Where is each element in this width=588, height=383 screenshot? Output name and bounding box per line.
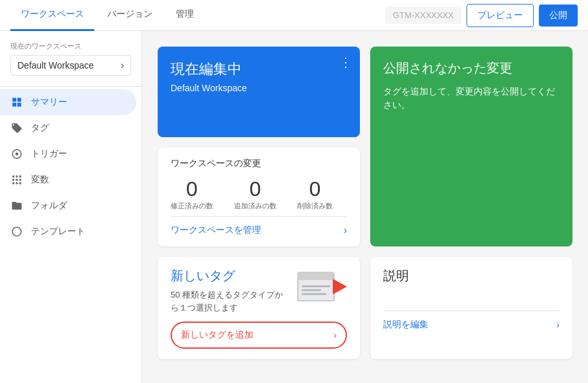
sidebar-item-label-templates: テンプレート [31, 226, 85, 237]
workspace-manage-link-text: ワークスペースを管理 [171, 224, 261, 236]
card-workspace-changes-inner: ワークスペースの変更 0 修正済みの数 0 追加済みの数 0 削除済み数 [158, 148, 360, 246]
browser-arrow-illustration [295, 267, 347, 306]
sidebar-item-label-folders: フォルダ [31, 200, 67, 212]
card-editing-subtitle: Default Workspace [171, 83, 347, 93]
sidebar-item-label-variables: 変数 [31, 174, 49, 186]
description-link-arrow: › [556, 320, 560, 330]
card-unpublished-title: 公開されなかった変更 [383, 60, 560, 77]
svg-marker-8 [333, 279, 347, 294]
workspace-label: 現在のワークスペース [10, 41, 131, 51]
card-workspace-changes: ワークスペースの変更 0 修正済みの数 0 追加済みの数 0 削除済み数 [158, 148, 360, 246]
tab-version[interactable]: バージョン [97, 0, 163, 31]
card-new-tag-inner: 新しいタグ 50 種類を超えるタグタイプから１つ選択します [158, 257, 360, 359]
new-tag-link-text: 新しいタグを追加 [181, 329, 253, 341]
workspace-section: 現在のワークスペース Default Workspace › [0, 36, 142, 83]
new-tag-title: 新しいタグ [171, 267, 288, 285]
sidebar-item-triggers[interactable]: トリガー [0, 141, 136, 167]
top-nav: ワークスペース バージョン 管理 GTM-XXXXXXX プレビュー 公開 [0, 0, 588, 31]
new-tag-top: 新しいタグ 50 種類を超えるタグタイプから１つ選択します [171, 267, 347, 314]
sidebar-item-label-tags: タグ [31, 122, 49, 134]
sidebar-divider [0, 86, 142, 87]
card-description: 説明 説明を編集 › [370, 257, 572, 359]
cards-grid: ⋮ 現在編集中 Default Workspace 公開されなかった変更 タグを… [158, 47, 572, 359]
sidebar-item-folders[interactable]: フォルダ [0, 193, 136, 219]
workspace-manage-link[interactable]: ワークスペースを管理 › [171, 216, 347, 236]
card-menu-icon[interactable]: ⋮ [339, 54, 352, 70]
tags-icon [10, 122, 23, 135]
new-tag-text: 新しいタグ 50 種類を超えるタグタイプから１つ選択します [171, 267, 288, 314]
sidebar-item-summary[interactable]: サマリー [0, 89, 136, 115]
sidebar-item-tags[interactable]: タグ [0, 115, 136, 141]
workspace-selector[interactable]: Default Workspace › [10, 55, 131, 76]
card-description-inner: 説明 説明を編集 › [370, 257, 572, 347]
change-label-deleted: 削除済み数 [297, 201, 333, 211]
new-tag-image [295, 267, 347, 306]
top-nav-right: GTM-XXXXXXX プレビュー 公開 [385, 4, 578, 27]
workspace-name: Default Workspace [17, 60, 94, 71]
sidebar-item-label-summary: サマリー [31, 96, 67, 108]
gtm-id: GTM-XXXXXXX [385, 6, 461, 24]
sidebar-item-label-triggers: トリガー [31, 148, 67, 160]
preview-button[interactable]: プレビュー [467, 4, 534, 27]
change-item-modified: 0 修正済みの数 [171, 177, 213, 211]
card-unpublished: 公開されなかった変更 タグを追加して、変更内容を公開してください。 [370, 47, 572, 246]
variables-icon [10, 173, 23, 186]
change-item-deleted: 0 削除済み数 [297, 177, 333, 211]
svg-point-1 [16, 153, 19, 156]
card-currently-editing: ⋮ 現在編集中 Default Workspace [158, 47, 360, 137]
tab-admin[interactable]: 管理 [165, 0, 204, 31]
changes-numbers: 0 修正済みの数 0 追加済みの数 0 削除済み数 [171, 177, 347, 211]
main-content: ⋮ 現在編集中 Default Workspace 公開されなかった変更 タグを… [142, 31, 588, 383]
tab-workspace[interactable]: ワークスペース [10, 0, 94, 31]
templates-icon [10, 225, 23, 238]
new-tag-link[interactable]: 新しいタグを追加 › [171, 322, 347, 349]
change-item-added: 0 追加済みの数 [234, 177, 277, 211]
new-tag-desc: 50 種類を超えるタグタイプから１つ選択します [171, 289, 288, 314]
sidebar-item-variables[interactable]: 変数 [0, 167, 136, 193]
card-new-tag: 新しいタグ 50 種類を超えるタグタイプから１つ選択します [158, 257, 360, 359]
workspace-changes-title: ワークスペースの変更 [171, 158, 347, 170]
card-unpublished-desc: タグを追加して、変更内容を公開してください。 [383, 85, 560, 112]
svg-rect-6 [302, 289, 321, 291]
sidebar-item-templates[interactable]: テンプレート [0, 219, 136, 245]
card-editing-title: 現在編集中 [171, 60, 347, 79]
folders-icon [10, 199, 23, 212]
description-edit-link[interactable]: 説明を編集 › [383, 311, 560, 331]
change-number-modified: 0 [186, 177, 198, 201]
change-label-added: 追加済みの数 [234, 201, 277, 211]
change-label-modified: 修正済みの数 [171, 201, 213, 211]
description-link-text: 説明を編集 [383, 319, 428, 331]
description-title: 説明 [383, 267, 560, 285]
change-number-added: 0 [249, 177, 261, 201]
svg-rect-4 [298, 278, 334, 280]
publish-button[interactable]: 公開 [539, 5, 578, 27]
svg-rect-7 [302, 293, 326, 295]
svg-rect-5 [302, 285, 330, 287]
workspace-manage-arrow: › [344, 224, 347, 236]
new-tag-link-arrow: › [333, 330, 337, 340]
chevron-right-icon: › [121, 60, 124, 71]
change-number-deleted: 0 [310, 177, 321, 201]
main-layout: 現在のワークスペース Default Workspace › サマリー タグ ト… [0, 31, 588, 383]
summary-icon [10, 96, 23, 109]
triggers-icon [10, 148, 23, 160]
sidebar: 現在のワークスペース Default Workspace › サマリー タグ ト… [0, 31, 142, 383]
